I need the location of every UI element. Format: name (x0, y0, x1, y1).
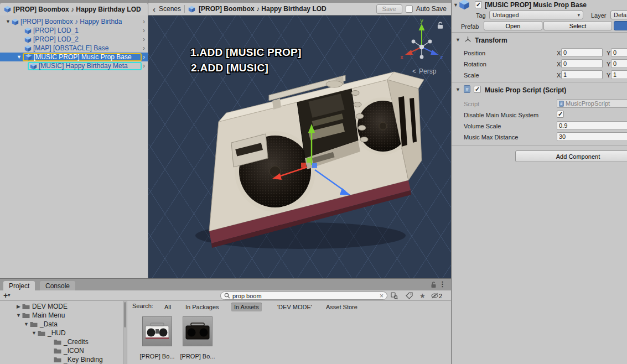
hierarchy-item-boombox-root[interactable]: ▼ [PROP] Boombox ♪ Happy Birthda › (0, 17, 148, 26)
filter-in-packages[interactable]: In Packages (183, 303, 222, 311)
project-assets-area: Search: All In Packages In Assets 'DEV M… (127, 301, 451, 364)
asset-boombox-prefab[interactable]: [PROP] Bo... (142, 316, 173, 346)
lock-icon[interactable] (431, 281, 437, 288)
item-label: [MAP] [OBSTACLE] Base (33, 44, 109, 52)
folder-icon (54, 356, 61, 363)
script-component-header[interactable]: ▼ # ✓ Music Prop Script (Script) (452, 83, 627, 96)
tree-scrollbar[interactable] (123, 301, 127, 364)
filter-dev-mode[interactable]: 'DEV MODE' (274, 303, 315, 311)
window-menu-icon[interactable]: ⋮ (439, 280, 446, 288)
folder-credits[interactable]: _Credits (0, 337, 123, 346)
prefab-enter-icon[interactable]: › (143, 35, 145, 43)
lock-icon[interactable] (437, 21, 444, 29)
search-scope-label: Search: (132, 303, 153, 309)
component-enabled-checkbox[interactable]: ✓ (474, 86, 481, 93)
filter-in-assets[interactable]: In Assets (231, 303, 262, 311)
rotation-x-field[interactable]: 0 (561, 59, 603, 68)
active-checkbox[interactable]: ✓ (475, 1, 482, 8)
asset-boombox-model[interactable]: [PROP] Bo... (182, 316, 213, 346)
scene-viewport[interactable]: y x z < Persp 1.ADD [MUSIC PROP] 2.ADD [… (148, 15, 451, 278)
asset-label: [PROP] Bo... (139, 353, 175, 360)
breadcrumb-prefab-title: [PROP] Boombox ♪ Happy Birthday LOD (199, 5, 327, 13)
prefab-enter-icon[interactable]: › (143, 18, 145, 25)
foldout-open-icon[interactable]: ▼ (15, 313, 22, 318)
search-filter-row: Search: All In Packages In Assets 'DEV M… (127, 302, 451, 312)
add-component-button[interactable]: Add Component (515, 150, 627, 162)
tab-project[interactable]: Project (3, 281, 35, 290)
project-search[interactable]: × (220, 292, 387, 300)
prefab-cube-icon (24, 27, 32, 34)
folder-icon (22, 312, 30, 319)
search-by-type-icon[interactable] (391, 292, 398, 300)
filter-all[interactable]: All (162, 303, 174, 311)
prefab-breadcrumb-bar: ‹ Scenes [PROP] Boombox ♪ Happy Birthday… (148, 0, 451, 15)
filter-asset-store[interactable]: Asset Store (323, 303, 360, 311)
foldout-closed-icon[interactable]: ▶ (15, 304, 22, 309)
hierarchy-item-music-prop-base[interactable]: ▼ [MUSIC PROP] Music Prop Base › (0, 53, 148, 61)
prefab-enter-icon[interactable]: › (143, 44, 145, 52)
prefab-select-button[interactable]: Select (543, 21, 612, 30)
axis-z-label[interactable]: z (440, 54, 443, 60)
prefab-enter-icon[interactable]: › (143, 53, 145, 61)
position-x-field[interactable]: 0 (561, 48, 603, 57)
foldout-open-icon[interactable]: ▼ (4, 19, 12, 24)
project-tabbar: Project Console ⋮ (0, 279, 451, 290)
position-y-field[interactable]: 0 (611, 48, 627, 57)
item-label: [MUSIC] Happy Birthday Meta (39, 62, 128, 70)
hierarchy-item-lod2[interactable]: [PROP] LOD_2 › (0, 35, 148, 44)
tab-console[interactable]: Console (40, 281, 75, 290)
auto-save-checkbox[interactable] (406, 6, 413, 13)
create-menu-button[interactable]: +▾ (3, 291, 10, 300)
layer-dropdown[interactable]: Defa ▾ (610, 11, 627, 19)
hierarchy-item-lod1[interactable]: [PROP] LOD_1 › (0, 26, 148, 35)
volume-scale-field[interactable]: 0.9 (557, 121, 627, 130)
prefab-enter-icon[interactable]: › (143, 62, 145, 70)
save-button[interactable]: Save (376, 4, 402, 14)
folder-main-menu[interactable]: ▼ Main Menu (0, 311, 123, 320)
annotation-highlight-yellow: [MUSIC PROP] Music Prop Base (23, 53, 142, 61)
folder-dev-mode[interactable]: ▶ DEV MODE (0, 302, 123, 311)
asset-label: [PROP] Bo... (180, 353, 215, 360)
prefab-cube-icon (25, 54, 32, 61)
hierarchy-item-music-meta: [MUSIC] Happy Birthday Meta › (0, 61, 148, 70)
script-reference-field[interactable]: # MusicPropScript (557, 99, 627, 108)
axis-y-label[interactable]: y (420, 18, 423, 24)
prefab-enter-icon[interactable]: › (143, 27, 145, 34)
clear-search-icon[interactable]: × (380, 293, 384, 299)
search-input[interactable] (232, 293, 377, 299)
folder-key-binding[interactable]: _Key Binding (0, 355, 123, 364)
hierarchy-item-obstacle-base[interactable]: [MAP] [OBSTACLE] Base › (0, 44, 148, 53)
search-by-label-icon[interactable] (406, 292, 413, 300)
foldout-open-icon[interactable]: ▼ (455, 87, 460, 92)
foldout-open-icon[interactable]: ▼ (455, 38, 460, 43)
breadcrumb-scenes[interactable]: Scenes (159, 5, 181, 13)
music-max-distance-field[interactable]: 30 (557, 132, 627, 141)
folder-data[interactable]: ▼ _Data (0, 320, 123, 329)
rotation-y-field[interactable]: 0 (611, 59, 627, 68)
foldout-open-icon[interactable]: ▼ (23, 322, 30, 327)
scene-panel: ‹ Scenes [PROP] Boombox ♪ Happy Birthday… (148, 0, 451, 278)
back-icon[interactable]: ‹ (153, 5, 156, 13)
foldout-open-icon[interactable]: ▼ (30, 331, 38, 336)
foldout-open-icon[interactable]: ▼ (15, 55, 23, 60)
folder-icon-dir[interactable]: _ICON (0, 346, 123, 355)
axis-x-label[interactable]: x (400, 54, 403, 60)
prefab-open-button[interactable]: Open (484, 21, 542, 30)
disable-main-music-checkbox[interactable]: ✓ (557, 111, 564, 118)
hidden-count-indicator[interactable]: 2 (431, 292, 442, 300)
prefab-overrides-button[interactable] (614, 21, 627, 30)
save-search-star-icon[interactable]: ★ (419, 292, 426, 300)
transform-component-header[interactable]: ▼ Transform (452, 33, 627, 46)
project-toolbar: +▾ × ★ 2 (0, 290, 451, 301)
project-panel: Project Console ⋮ +▾ × ★ 2 ▶ DEV MODE (0, 278, 451, 364)
folder-hud[interactable]: ▼ _HUD (0, 329, 123, 337)
csharp-script-icon: # (559, 101, 564, 107)
scrollbar-thumb[interactable] (124, 302, 126, 327)
scale-y-field[interactable]: 1 (611, 70, 627, 79)
header-foldout-icon[interactable]: ▼ (453, 3, 458, 8)
tag-dropdown[interactable]: Untagged ▾ (489, 11, 583, 19)
projection-toggle[interactable]: < Persp (412, 67, 436, 75)
hierarchy-tree: ▼ [PROP] Boombox ♪ Happy Birthda › [PROP… (0, 15, 148, 70)
scale-x-field[interactable]: 1 (561, 70, 603, 79)
hierarchy-tab[interactable]: [PROP] Boombox ♪ Happy Birthday LOD (0, 3, 148, 15)
